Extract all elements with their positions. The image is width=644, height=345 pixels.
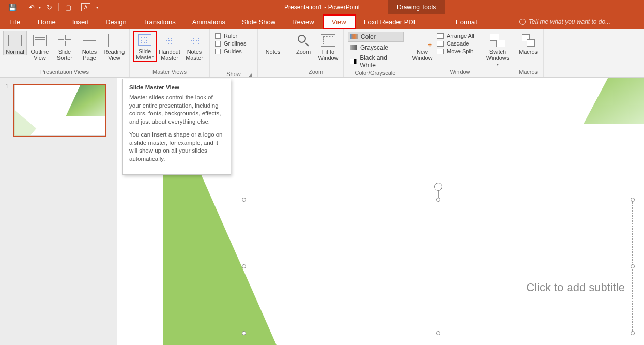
group-presentation-views: Normal Outline View Slide Sorter Notes P… bbox=[0, 29, 130, 77]
tab-format[interactable]: Format bbox=[448, 14, 485, 29]
zoom-button[interactable]: Zoom bbox=[292, 31, 315, 55]
black-and-white-button[interactable]: Black and White bbox=[348, 53, 404, 70]
group-window: New Window Arrange All Cascade Move Spli… bbox=[407, 29, 513, 77]
tab-view-highlight: View bbox=[323, 14, 356, 29]
window-title: Presentation1 - PowerPoint bbox=[284, 4, 360, 11]
color-button[interactable]: Color bbox=[348, 32, 404, 42]
resize-handle[interactable] bbox=[242, 264, 246, 268]
title-bar: 💾 ↶ ▾ ↻ ▢ A ▾ Presentation1 - PowerPoint… bbox=[0, 0, 644, 14]
macros-button[interactable]: Macros bbox=[516, 31, 540, 55]
resize-handle[interactable] bbox=[242, 331, 246, 335]
show-dialog-launcher-icon[interactable]: ◢ bbox=[249, 72, 254, 77]
lightbulb-icon bbox=[519, 19, 526, 25]
slide-thumbnail-1[interactable]: 1 bbox=[7, 84, 110, 137]
quick-access-toolbar: 💾 ↶ ▾ ↻ ▢ A ▾ bbox=[0, 2, 98, 13]
tell-me-placeholder: Tell me what you want to do... bbox=[529, 18, 610, 25]
resize-handle[interactable] bbox=[631, 264, 635, 268]
tab-review[interactable]: Review bbox=[284, 14, 323, 29]
slide-thumbnails-pane[interactable]: 1 bbox=[0, 78, 117, 345]
undo-dropdown-icon[interactable]: ▾ bbox=[39, 5, 41, 10]
arrange-icon bbox=[437, 33, 444, 39]
slide-preview bbox=[13, 84, 106, 137]
ruler-checkbox[interactable]: Ruler bbox=[215, 33, 254, 39]
normal-button[interactable]: Normal bbox=[3, 31, 27, 55]
notes-button[interactable]: Notes bbox=[261, 31, 285, 55]
undo-icon[interactable]: ↶ bbox=[25, 2, 38, 13]
tab-transitions[interactable]: Transitions bbox=[135, 14, 184, 29]
reading-view-button[interactable]: Reading View bbox=[102, 31, 126, 62]
group-zoom: Zoom Fit to Window Zoom bbox=[288, 29, 344, 77]
slide-sorter-button[interactable]: Slide Sorter bbox=[53, 31, 76, 62]
resize-handle[interactable] bbox=[631, 331, 635, 335]
group-macros: Macros Macros bbox=[513, 29, 544, 77]
resize-handle[interactable] bbox=[436, 331, 440, 335]
redo-icon[interactable]: ↻ bbox=[43, 2, 55, 13]
notes-master-button[interactable]: Notes Master bbox=[182, 31, 206, 62]
cascade-icon bbox=[437, 41, 444, 47]
tab-view[interactable]: View bbox=[324, 16, 355, 28]
rotate-handle-icon[interactable] bbox=[434, 183, 442, 191]
tooltip-paragraph: Master slides control the look of your e… bbox=[129, 94, 224, 126]
ribbon-tabs: File Home Insert Design Transitions Anim… bbox=[0, 14, 644, 29]
new-window-button[interactable]: New Window bbox=[410, 31, 434, 62]
tab-design[interactable]: Design bbox=[97, 14, 134, 29]
tab-slideshow[interactable]: Slide Show bbox=[234, 14, 284, 29]
group-master-views: Slide Master Handout Master Notes Master… bbox=[130, 29, 210, 77]
subtitle-placeholder-frame[interactable]: Click to add subtitle bbox=[244, 200, 633, 333]
contextual-tab-label: Drawing Tools bbox=[388, 0, 445, 14]
group-notes: Notes bbox=[258, 29, 288, 77]
resize-handle[interactable] bbox=[242, 198, 246, 202]
tab-insert[interactable]: Insert bbox=[64, 14, 98, 29]
save-icon[interactable]: 💾 bbox=[6, 2, 19, 13]
tab-file[interactable]: File bbox=[0, 14, 29, 29]
tab-foxit[interactable]: Foxit Reader PDF bbox=[356, 14, 426, 29]
notes-page-button[interactable]: Notes Page bbox=[78, 31, 101, 62]
switch-windows-button[interactable]: Switch Windows▾ bbox=[486, 31, 510, 67]
slide-master-tooltip: Slide Master View Master slides control … bbox=[122, 79, 231, 175]
resize-handle[interactable] bbox=[436, 198, 440, 202]
tooltip-paragraph: You can insert a shape or a logo on a sl… bbox=[129, 131, 224, 163]
slide-number: 1 bbox=[5, 83, 9, 90]
ribbon: Normal Outline View Slide Sorter Notes P… bbox=[0, 29, 644, 78]
slide-master-button[interactable]: Slide Master bbox=[133, 31, 157, 62]
arrange-all-button[interactable]: Arrange All bbox=[435, 32, 485, 39]
resize-handle[interactable] bbox=[631, 198, 635, 202]
qat-customize-icon[interactable]: ▾ bbox=[96, 5, 98, 10]
gridlines-checkbox[interactable]: Gridlines bbox=[215, 40, 254, 47]
outline-view-button[interactable]: Outline View bbox=[28, 31, 52, 62]
font-box-icon[interactable]: A bbox=[81, 3, 90, 11]
tell-me-box[interactable]: Tell me what you want to do... bbox=[513, 14, 610, 29]
tooltip-title: Slide Master View bbox=[129, 84, 224, 91]
cascade-button[interactable]: Cascade bbox=[435, 40, 485, 47]
move-split-icon bbox=[437, 49, 444, 54]
start-from-beginning-icon[interactable]: ▢ bbox=[62, 2, 74, 13]
group-color-grayscale: Color Grayscale Black and White Color/Gr… bbox=[344, 29, 407, 77]
group-show: Ruler Gridlines Guides Show ◢ bbox=[210, 29, 258, 77]
tab-animations[interactable]: Animations bbox=[184, 14, 234, 29]
subtitle-placeholder-text[interactable]: Click to add subtitle bbox=[526, 281, 625, 294]
fit-to-window-button[interactable]: Fit to Window bbox=[316, 31, 340, 62]
tab-home[interactable]: Home bbox=[29, 14, 64, 29]
grayscale-button[interactable]: Grayscale bbox=[348, 43, 404, 52]
move-split-button[interactable]: Move Split bbox=[435, 48, 485, 55]
handout-master-button[interactable]: Handout Master bbox=[158, 31, 181, 62]
guides-checkbox[interactable]: Guides bbox=[215, 48, 254, 54]
